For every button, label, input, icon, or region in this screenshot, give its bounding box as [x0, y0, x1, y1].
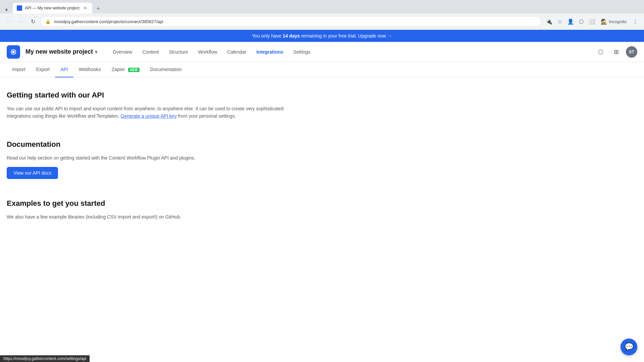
nav-overview[interactable]: Overview: [108, 47, 137, 57]
nav-integrations[interactable]: Integrations: [252, 47, 288, 57]
bookmark-icon[interactable]: ☆: [555, 17, 565, 26]
new-tab-button[interactable]: +: [94, 4, 103, 13]
url-text: moodjoy.gathercontent.com/projects/conne…: [54, 19, 537, 24]
menu-icon[interactable]: ⋮: [631, 17, 640, 26]
forward-button[interactable]: →: [16, 17, 25, 26]
tab-zapier-label: Zapier: [112, 67, 125, 72]
split-view-icon[interactable]: ⬜: [587, 17, 597, 26]
view-api-docs-button[interactable]: View our API docs: [7, 167, 58, 179]
browser-chrome: ▾ API — My new website project ✕ + ← → ↻…: [0, 0, 644, 30]
tab-import-label: Import: [12, 67, 25, 72]
incognito-label: Incognito: [609, 19, 627, 24]
tab-strip-left: ▾: [3, 6, 10, 13]
back-button[interactable]: ←: [4, 17, 13, 26]
examples-title: Examples to get you started: [7, 199, 429, 208]
getting-started-title: Getting started with our API: [7, 91, 429, 100]
lock-icon: 🔒: [45, 18, 51, 25]
tab-list-button[interactable]: ▾: [3, 6, 10, 13]
banner-days: 14 days: [283, 33, 300, 39]
documentation-section: Documentation Read our help section on g…: [7, 140, 429, 179]
documentation-text: Read our help section on getting started…: [7, 154, 309, 162]
getting-started-text-post: from your personal settings.: [177, 113, 236, 119]
main-nav: Overview Content Structure Workflow Cale…: [108, 47, 315, 57]
tab-webhooks-label: Webhooks: [79, 67, 101, 72]
zapier-new-badge: NEW: [128, 68, 139, 72]
tab-close-button[interactable]: ✕: [82, 5, 88, 11]
tab-export-label: Export: [36, 67, 50, 72]
generate-api-key-link[interactable]: Generate a unique API key: [121, 113, 177, 119]
banner-text-post: remaining in your free trial. Upgrade no…: [300, 33, 392, 39]
project-dropdown-arrow: ▾: [95, 49, 97, 55]
nav-structure[interactable]: Structure: [164, 47, 193, 57]
sub-tabs: Import Export API Webhooks Zapier NEW Do…: [0, 62, 644, 77]
documentation-title: Documentation: [7, 140, 429, 149]
app-header: My new website project ▾ Overview Conten…: [0, 42, 644, 62]
examples-section: Examples to get you started We also have…: [7, 199, 429, 221]
extensions-mgr-icon[interactable]: ⬡: [577, 17, 586, 26]
tab-api[interactable]: API: [55, 62, 73, 77]
getting-started-section: Getting started with our API You can use…: [7, 91, 429, 120]
tab-documentation-label: Documentation: [150, 67, 182, 72]
banner-text-pre: You only have: [252, 33, 282, 39]
reload-button[interactable]: ↻: [28, 17, 38, 26]
profile-icon[interactable]: 👤: [566, 17, 575, 26]
getting-started-text: You can use our public API to import and…: [7, 105, 309, 120]
nav-workflow[interactable]: Workflow: [193, 47, 222, 57]
tab-api-label: API: [60, 67, 68, 72]
address-bar[interactable]: 🔒 moodjoy.gathercontent.com/projects/con…: [40, 16, 542, 27]
browser-toolbar: ← → ↻ 🔒 moodjoy.gathercontent.com/projec…: [0, 13, 644, 29]
tab-import[interactable]: Import: [7, 62, 31, 77]
tab-title: API — My new website project: [25, 6, 79, 10]
tab-documentation[interactable]: Documentation: [145, 62, 187, 77]
toolbar-right: 🔌 ☆ 👤 ⬡ ⬜ 🕵 Incognito ⋮: [544, 17, 640, 26]
project-name-text: My new website project: [25, 48, 93, 55]
nav-calendar[interactable]: Calendar: [223, 47, 251, 57]
incognito-badge: 🕵 Incognito: [598, 18, 629, 25]
nav-content[interactable]: Content: [138, 47, 163, 57]
tab-favicon: [17, 5, 22, 11]
promo-banner: You only have 14 days remaining in your …: [0, 30, 644, 42]
tab-zapier[interactable]: Zapier NEW: [106, 62, 145, 77]
header-actions: ⬡ ⊞ ST: [595, 46, 637, 58]
nav-settings[interactable]: Settings: [289, 47, 315, 57]
apps-icon-button[interactable]: ⊞: [610, 46, 622, 58]
browser-tab-strip: ▾ API — My new website project ✕ +: [0, 0, 644, 13]
avatar-initials: ST: [629, 49, 635, 54]
logo-icon: [9, 48, 17, 56]
examples-text: We also have a few example libraries (in…: [7, 213, 309, 221]
share-icon-button[interactable]: ⬡: [595, 46, 606, 58]
app-logo[interactable]: [7, 45, 20, 59]
tab-webhooks[interactable]: Webhooks: [73, 62, 106, 77]
tab-export[interactable]: Export: [31, 62, 55, 77]
active-tab[interactable]: API — My new website project ✕: [13, 3, 92, 13]
user-avatar[interactable]: ST: [626, 46, 637, 58]
main-content: Getting started with our API You can use…: [0, 77, 436, 254]
extensions-icon[interactable]: 🔌: [544, 17, 554, 26]
project-name-container[interactable]: My new website project ▾: [25, 48, 97, 55]
